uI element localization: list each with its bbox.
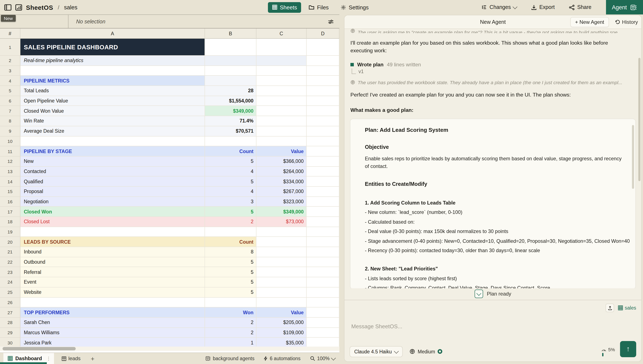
cell-B3[interactable] — [205, 66, 256, 76]
row-number-3[interactable]: 3 — [0, 66, 20, 76]
cell-B29[interactable]: 2 — [205, 328, 256, 338]
cell-B5[interactable]: 28 — [205, 86, 256, 96]
cell-D9[interactable] — [306, 126, 339, 136]
cell-B13[interactable]: 4 — [205, 166, 256, 176]
changes-dropdown[interactable]: Changes — [482, 4, 517, 10]
nav-files[interactable]: Files — [305, 2, 333, 12]
cell-B30[interactable]: 1 — [205, 338, 256, 348]
nav-sheets[interactable]: Sheets — [268, 2, 301, 12]
cell-D20[interactable] — [306, 237, 339, 247]
horizontal-scrollbar[interactable] — [0, 346, 339, 351]
cell-B20[interactable]: Count — [205, 237, 256, 247]
cell-C18[interactable]: $73,000 — [256, 217, 306, 227]
cell-A30[interactable]: Jessica Park — [20, 338, 205, 348]
cell-A12[interactable]: New — [20, 156, 205, 166]
cell-D2[interactable] — [306, 56, 339, 66]
cell-C17[interactable]: $349,000 — [256, 207, 306, 217]
column-header-#[interactable]: # — [0, 28, 20, 39]
cell-C1[interactable] — [256, 39, 306, 56]
cell-B6[interactable]: $1,554,000 — [205, 96, 256, 106]
row-number-8[interactable]: 8 — [0, 116, 20, 126]
context-chip-sales[interactable]: sales — [618, 305, 636, 310]
plan-card[interactable]: Plan: Add Lead Scoring SystemObjectiveEn… — [350, 119, 635, 288]
cell-A25[interactable]: Website — [20, 288, 205, 298]
cell-D8[interactable] — [306, 116, 339, 126]
cell-D3[interactable] — [306, 66, 339, 76]
cell-B2[interactable] — [205, 56, 256, 66]
cell-A14[interactable]: Qualified — [20, 177, 205, 187]
plan-card-scrollbar-thumb[interactable] — [632, 125, 634, 189]
row-number-21[interactable]: 21 — [0, 247, 20, 257]
cell-D14[interactable] — [306, 177, 339, 187]
cell-D4[interactable] — [306, 76, 339, 86]
cell-B8[interactable]: 71.4% — [205, 116, 256, 126]
share-button[interactable]: Share — [569, 4, 592, 10]
row-number-20[interactable]: 20 — [0, 237, 20, 247]
cell-C26[interactable] — [256, 298, 306, 308]
row-number-19[interactable]: 19 — [0, 227, 20, 237]
cell-D29[interactable] — [306, 328, 339, 338]
cell-C23[interactable] — [256, 267, 306, 277]
agent-scrollbar-thumb[interactable] — [638, 58, 640, 181]
cell-C27[interactable]: Value — [256, 308, 306, 318]
cell-A4[interactable]: PIPELINE METRICS — [20, 76, 205, 86]
cell-D22[interactable] — [306, 257, 339, 267]
cell-A3[interactable] — [20, 66, 205, 76]
cell-B1[interactable] — [205, 39, 256, 56]
cell-A27[interactable]: TOP PERFORMERS — [20, 308, 205, 318]
cell-A13[interactable]: Contacted — [20, 166, 205, 176]
cell-C3[interactable] — [256, 66, 306, 76]
cell-B24[interactable]: 5 — [205, 277, 256, 287]
cell-D1[interactable] — [306, 39, 339, 56]
agent-button[interactable]: Agent — [606, 0, 643, 14]
cell-C28[interactable]: $205,000 — [256, 318, 306, 328]
collapse-plan-button[interactable] — [474, 290, 483, 298]
cell-D27[interactable] — [306, 308, 339, 318]
zoom-control[interactable]: 100% — [310, 356, 335, 361]
nav-settings[interactable]: Settings — [336, 2, 373, 12]
add-sheet-button[interactable]: + — [91, 355, 94, 362]
cell-C19[interactable] — [256, 227, 306, 237]
cell-D15[interactable] — [306, 187, 339, 197]
row-number-30[interactable]: 30 — [0, 338, 20, 348]
cell-B26[interactable] — [205, 298, 256, 308]
cell-D17[interactable] — [306, 207, 339, 217]
new-agent-button[interactable]: + New Agent — [570, 17, 609, 27]
cell-A15[interactable]: Proposal — [20, 187, 205, 197]
cell-B11[interactable]: Count — [205, 146, 256, 156]
cell-B14[interactable]: 5 — [205, 177, 256, 187]
cell-A16[interactable]: Negotiation — [20, 197, 205, 207]
reasoning-selector[interactable]: Medium — [410, 349, 442, 357]
model-selector[interactable]: Claude 4.5 Haiku — [350, 346, 403, 357]
cell-C2[interactable] — [256, 56, 306, 66]
cell-B4[interactable] — [205, 76, 256, 86]
row-number-24[interactable]: 24 — [0, 277, 20, 287]
cell-C29[interactable]: $109,000 — [256, 328, 306, 338]
cell-A20[interactable]: LEADS BY SOURCE — [20, 237, 205, 247]
cell-A18[interactable]: Closed Lost — [20, 217, 205, 227]
cell-A26[interactable] — [20, 298, 205, 308]
row-number-9[interactable]: 9 — [0, 126, 20, 136]
cell-A21[interactable]: Inbound — [20, 247, 205, 257]
column-header-C[interactable]: C — [256, 28, 306, 39]
export-button[interactable]: Export — [531, 4, 554, 10]
document-name[interactable]: sales — [64, 4, 78, 10]
cell-A5[interactable]: Total Leads — [20, 86, 205, 96]
cell-C14[interactable]: $334,000 — [256, 177, 306, 187]
row-number-29[interactable]: 29 — [0, 328, 20, 338]
cell-D30[interactable] — [306, 338, 339, 348]
tool-call-row[interactable]: Wrote plan49 lines written — [350, 62, 635, 68]
cell-B23[interactable]: 5 — [205, 267, 256, 277]
cell-A7[interactable]: Closed Won Value — [20, 106, 205, 116]
cell-A22[interactable]: Outbound — [20, 257, 205, 267]
cell-C20[interactable] — [256, 237, 306, 247]
cell-C15[interactable]: $267,000 — [256, 187, 306, 197]
cell-D18[interactable] — [306, 217, 339, 227]
cell-A6[interactable]: Open Pipeline Value — [20, 96, 205, 106]
row-number-25[interactable]: 25 — [0, 288, 20, 298]
visibility-toggle-icon[interactable] — [438, 349, 442, 354]
cell-B27[interactable]: Won — [205, 308, 256, 318]
cell-B22[interactable]: 5 — [205, 257, 256, 267]
row-number-11[interactable]: 11 — [0, 146, 20, 156]
cell-A9[interactable]: Average Deal Size — [20, 126, 205, 136]
